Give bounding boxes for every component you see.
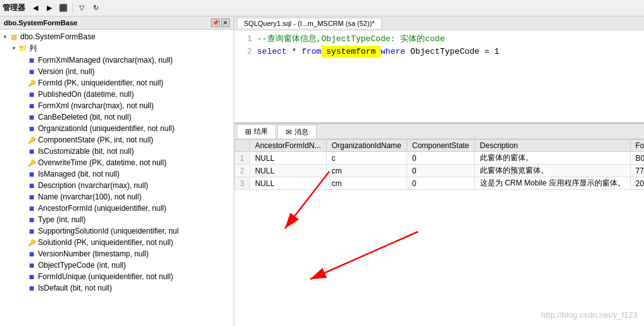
key-icon: 🔑 — [27, 158, 37, 168]
tree-spacer — [19, 204, 27, 212]
tree-item[interactable]: ■ObjectTypeCode (int, null) — [1, 260, 232, 271]
tree-spacer — [19, 113, 27, 121]
column-icon: ■ — [27, 226, 37, 236]
col-rownum — [235, 140, 250, 152]
tree-item[interactable]: 🔑SolutionId (PK, uniqueidentifier, not n… — [1, 237, 232, 248]
tree-container[interactable]: ▼▦dbo.SystemFormBase▼📁列■FormXmlManaged (… — [0, 30, 234, 326]
code-normal-2: ObjectTypeCode = 1 — [405, 46, 499, 58]
tree-item[interactable]: 🔑FormId (PK, uniqueidentifier, not null) — [1, 77, 232, 89]
tree-spacer — [19, 68, 27, 75]
tree-label: ComponentState (PK, int, not null) — [38, 135, 153, 144]
code-comment-1: --查询窗体信息,ObjectTypeCode: 实体的code — [257, 33, 445, 46]
results-wrapper: ⊞ 结果 ✉ 消息 Ances — [234, 124, 644, 326]
tree-item[interactable]: ▼📁列 — [1, 42, 232, 54]
toolbar-forward-btn[interactable]: ▶ — [43, 2, 56, 15]
results-msg-icon: ✉ — [286, 128, 292, 137]
tree-item[interactable]: ■Version (int, null) — [1, 66, 232, 77]
tree-item[interactable]: ■IsManaged (bit, not null) — [1, 168, 232, 180]
tree-spacer — [19, 79, 27, 87]
code-line-1: 1 --查询窗体信息,ObjectTypeCode: 实体的code — [239, 33, 639, 46]
tree-item[interactable]: ■FormIdUnique (uniqueidentifier, not nul… — [1, 271, 232, 282]
col-orgidname: OrganizationIdName — [326, 140, 407, 152]
description-cell: 这是为 CRM Mobile 应用程序显示的窗体。 — [474, 177, 630, 190]
tree-item[interactable]: ■Description (nvarchar(max), null) — [1, 180, 232, 191]
tree-label: SolutionId (PK, uniqueidentifier, not nu… — [38, 238, 173, 247]
tree-label: FormId (PK, uniqueidentifier, not null) — [38, 78, 163, 87]
tree-spacer — [19, 261, 27, 269]
tree-item[interactable]: ■FormXml (nvarchar(max), not null) — [1, 100, 232, 111]
tree-item[interactable]: ▼▦dbo.SystemFormBase — [1, 31, 232, 42]
line-num-2: 2 — [239, 46, 252, 58]
column-icon: ■ — [27, 260, 37, 270]
tree-spacer — [19, 147, 27, 155]
ancestor-form-id-cell: NULL — [249, 177, 326, 190]
table-row[interactable]: 1 NULL c 0 此窗体的窗体。 B053A — [235, 152, 645, 165]
column-icon: ■ — [27, 89, 37, 99]
results-table-container[interactable]: AncestorFormIdN... OrganizationIdName Co… — [234, 139, 644, 326]
left-panel-header: dbo.SystemFormBase 📌 ✕ — [0, 16, 234, 30]
tree-item[interactable]: ■VersionNumber (timestamp, null) — [1, 248, 232, 260]
tree-spacer — [19, 170, 27, 178]
results-body: 1 NULL c 0 此窗体的窗体。 B053A 2 NULL cm 0 此窗体… — [235, 152, 645, 190]
tree-item[interactable]: ■PublishedOn (datetime, null) — [1, 89, 232, 100]
tree-spacer — [19, 239, 27, 246]
toolbar-refresh-btn[interactable]: ↻ — [89, 2, 102, 15]
query-editor[interactable]: 1 --查询窗体信息,ObjectTypeCode: 实体的code 2 sel… — [234, 30, 644, 122]
component-state-cell: 0 — [407, 165, 474, 177]
query-tab[interactable]: SQLQuery1.sql - (I...m_MSCRM (sa (52))* — [237, 18, 382, 28]
form-id-cell: 20EC3 — [630, 177, 644, 190]
tree-label: dbo.SystemFormBase — [20, 32, 96, 41]
tree-label: FormXmlManaged (nvarchar(max), null) — [38, 56, 173, 65]
column-icon: ■ — [27, 192, 37, 202]
table-row[interactable]: 2 NULL cm 0 此窗体的预览窗体。 7782F2 — [235, 165, 645, 177]
tree-item[interactable]: ■CanBeDeleted (bit, not null) — [1, 111, 232, 123]
toolbar-filter-btn[interactable]: ▽ — [75, 2, 88, 15]
toolbar-stop-btn[interactable]: ⬛ — [57, 2, 70, 15]
table-row[interactable]: 3 NULL cm 0 这是为 CRM Mobile 应用程序显示的窗体。 20… — [235, 177, 645, 190]
main-container: 管理器 ◀ ▶ ⬛ ▽ ↻ dbo.SystemFormBase 📌 ✕ ▼▦d… — [0, 0, 644, 326]
tree-label: AncestorFormId (uniqueidentifier, null) — [38, 204, 167, 213]
tree-spacer — [19, 136, 27, 144]
top-toolbar: 管理器 ◀ ▶ ⬛ ▽ ↻ — [0, 0, 644, 16]
tree-spacer — [19, 227, 27, 235]
tree-label: Description (nvarchar(max), null) — [38, 181, 148, 190]
tree-item[interactable]: ■IsCustomizable (bit, not null) — [1, 146, 232, 157]
tree-spacer — [19, 159, 27, 166]
org-id-name-cell: cm — [326, 177, 407, 190]
table-icon: ▦ — [9, 32, 19, 42]
tree-item[interactable]: ■IsDefault (bit, not null) — [1, 282, 232, 294]
tree-item[interactable]: ■AncestorFormId (uniqueidentifier, null) — [1, 203, 232, 214]
column-icon: ■ — [27, 123, 37, 134]
results-tab-bar: ⊞ 结果 ✉ 消息 — [234, 124, 644, 139]
tree-label: OverwriteTime (PK, datetime, not null) — [38, 158, 167, 167]
tree-item[interactable]: ■FormXmlManaged (nvarchar(max), null) — [1, 54, 232, 66]
row-num-cell: 1 — [235, 152, 250, 165]
panel-close-btn[interactable]: ✕ — [221, 18, 230, 27]
results-tab-messages[interactable]: ✉ 消息 — [277, 125, 317, 139]
panel-controls: 📌 ✕ — [211, 18, 230, 27]
tree-label: IsCustomizable (bit, not null) — [38, 147, 134, 156]
tree-item[interactable]: ■Name (nvarchar(100), not null) — [1, 191, 232, 203]
tree-expand-icon[interactable]: ▼ — [10, 45, 18, 53]
tree-label: OrganizationId (uniqueidentifier, not nu… — [38, 124, 174, 133]
column-icon: ■ — [27, 272, 37, 282]
toolbar-back-btn[interactable]: ◀ — [29, 2, 42, 15]
ancestor-form-id-cell: NULL — [249, 165, 326, 177]
panel-pin-btn[interactable]: 📌 — [211, 18, 220, 27]
tree-label: IsManaged (bit, not null) — [38, 170, 120, 179]
tree-expand-icon[interactable]: ▼ — [1, 33, 9, 41]
tree-item[interactable]: ■Type (int, null) — [1, 214, 232, 225]
toolbar-sep-1 — [72, 3, 73, 13]
tree-item[interactable]: ■OrganizationId (uniqueidentifier, not n… — [1, 123, 232, 134]
tree-item[interactable]: 🔑OverwriteTime (PK, datetime, not null) — [1, 157, 232, 168]
tree-label: PublishedOn (datetime, null) — [38, 90, 134, 99]
tree-label: ObjectTypeCode (int, null) — [38, 261, 126, 270]
column-icon: ■ — [27, 283, 37, 293]
results-area: ⊞ 结果 ✉ 消息 Ances — [234, 124, 644, 326]
tree-item[interactable]: ■SupportingSolutionId (uniqueidentifier,… — [1, 225, 232, 237]
tree-item[interactable]: 🔑ComponentState (PK, int, not null) — [1, 134, 232, 146]
tree-spacer — [19, 56, 27, 64]
content-area: dbo.SystemFormBase 📌 ✕ ▼▦dbo.SystemFormB… — [0, 16, 644, 326]
tree-label: CanBeDeleted (bit, not null) — [38, 113, 131, 122]
results-tab-results[interactable]: ⊞ 结果 — [237, 124, 276, 139]
